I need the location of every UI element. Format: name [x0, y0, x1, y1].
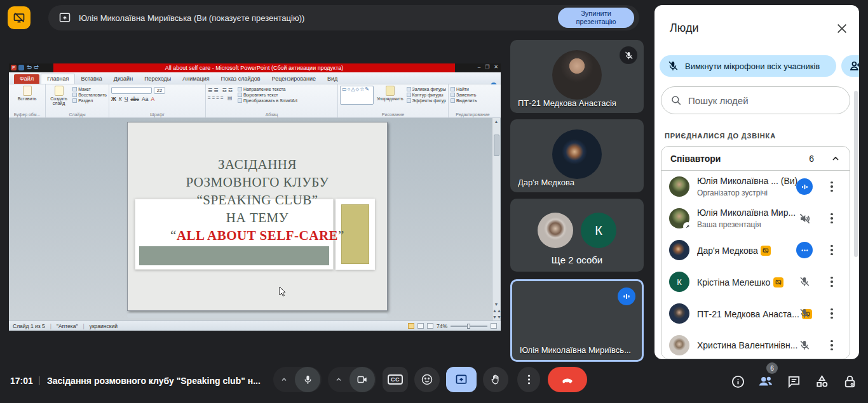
language[interactable]: украинский [90, 323, 118, 329]
captions-button[interactable]: CC [383, 367, 408, 392]
tile-self-video[interactable]: Юлія Миколаївна Мириївсь... [510, 279, 644, 362]
slide-canvas[interactable]: ЗАСІДАННЯ РОЗМОВНОГО КЛУБУ “SPEAKING CLU… [127, 122, 388, 311]
chat-button[interactable] [785, 373, 802, 390]
participant-row[interactable]: К Крістіна Мелешко [661, 266, 850, 298]
smartart-button[interactable]: Преобразовать в SmartArt [238, 98, 297, 103]
close-panel-button[interactable] [835, 22, 850, 37]
minimize-icon[interactable]: – [478, 64, 480, 70]
add-people-button[interactable] [841, 55, 859, 77]
italic-button[interactable]: К [119, 96, 122, 102]
more-options-button[interactable] [517, 367, 540, 392]
find-button[interactable]: Найти [451, 87, 495, 91]
avatar [669, 176, 689, 197]
mute-all-button[interactable]: Вимкнути мікрофони всіх учасників [660, 55, 836, 77]
underline-button[interactable]: Ч [125, 96, 128, 102]
normal-view-button[interactable] [408, 323, 414, 329]
chat-icon [787, 374, 801, 389]
panel-scrollbar[interactable] [854, 91, 858, 257]
tab-slideshow[interactable]: Показ слайдов [215, 74, 266, 84]
paste-button[interactable]: Вставить [11, 86, 43, 101]
raise-hand-button[interactable] [483, 367, 508, 392]
present-button-active[interactable] [446, 367, 477, 392]
zoom-level[interactable]: 74% [437, 323, 447, 329]
participant-row[interactable]: Дар'я Медкова [661, 234, 850, 266]
shape-effects-button[interactable]: Эффекты фигур [407, 98, 446, 103]
participant-menu-button[interactable] [825, 305, 838, 322]
bold-button[interactable]: Ж [111, 96, 116, 102]
search-box[interactable] [661, 86, 850, 114]
ppt-window-controls[interactable]: – ❐ ✕ [478, 64, 498, 70]
text-direction-button[interactable]: Направление текста [238, 87, 297, 91]
camera-button[interactable] [349, 367, 375, 392]
end-call-button[interactable] [548, 367, 587, 392]
zoom-slider[interactable] [451, 326, 487, 327]
top-bar: Юлія Миколаївна Мириївська (Ви (показуєт… [0, 0, 654, 36]
font-name-select[interactable] [111, 87, 152, 94]
collaborators-header[interactable]: Співавтори 6 [661, 147, 850, 171]
tab-view[interactable]: Вид [322, 74, 343, 84]
bullets-buttons[interactable]: ☰☰ ☲☲ [208, 88, 234, 93]
sorter-view-button[interactable] [417, 323, 424, 329]
mic-button[interactable] [295, 367, 320, 392]
section-button[interactable]: Раздел [72, 98, 107, 103]
tab-design[interactable]: Дизайн [108, 74, 139, 84]
host-controls-button[interactable] [841, 373, 858, 390]
tab-insert[interactable]: Вставка [75, 74, 107, 84]
tab-file[interactable]: Файл [14, 74, 39, 84]
maximize-icon[interactable]: ❐ [485, 64, 489, 70]
meeting-details-button[interactable] [729, 373, 746, 390]
participant-row[interactable]: ПТ-21 Медкова Анаста... [661, 298, 850, 329]
horizontal-scrollbar[interactable] [127, 314, 388, 318]
shape-outline-button[interactable]: Контур фигуры [407, 93, 446, 97]
save-icon[interactable] [18, 65, 24, 70]
close-icon[interactable]: ✕ [494, 64, 498, 70]
change-case-button[interactable]: Aa [142, 96, 148, 102]
replace-button[interactable]: Заменить [451, 93, 495, 97]
shapes-gallery[interactable]: ▭○△⬦☆✎ [340, 86, 374, 105]
tab-transitions[interactable]: Переходы [139, 74, 177, 84]
reactions-button[interactable] [414, 367, 440, 392]
participant-menu-button[interactable] [825, 210, 838, 227]
tab-review[interactable]: Рецензирование [266, 74, 322, 84]
hand-icon [490, 374, 501, 385]
restore-button[interactable]: Восстановить [72, 93, 107, 97]
align-buttons[interactable]: ≡≡≡≡ ▤ [208, 95, 234, 101]
mic-options-chevron[interactable] [273, 376, 295, 383]
font-color-button[interactable]: А [151, 96, 155, 102]
chevron-up-icon[interactable] [831, 154, 841, 164]
participant-menu-button[interactable] [825, 274, 838, 290]
undo-icon[interactable] [26, 65, 32, 70]
tile-participant-2[interactable]: Дар'я Медкова [510, 119, 644, 192]
ppt-quick-access-toolbar[interactable]: P [11, 65, 39, 70]
tab-animation[interactable]: Анимация [177, 74, 215, 84]
tile-more-people[interactable]: К Ще 2 особи [510, 199, 644, 272]
vertical-scrollbar[interactable]: ▲ ▼ ▲▲ ▼▼ [492, 118, 500, 320]
font-size-select[interactable]: 22 [154, 87, 165, 94]
participant-row[interactable]: Юлія Миколаївна Мир... Ваша презентація [661, 202, 850, 234]
shape-fill-button[interactable]: Заливка фигуры [407, 87, 446, 91]
participant-menu-button[interactable] [825, 242, 838, 258]
stop-presentation-button[interactable]: Зупинити презентацію [558, 8, 634, 27]
participant-row[interactable]: Христина Валентинівн... [661, 329, 850, 359]
redo-icon[interactable] [34, 65, 39, 70]
tile-participant-1[interactable]: ПТ-21 Медкова Анастасія [510, 40, 644, 113]
participant-subtitle: Ваша презентація [697, 220, 761, 229]
people-panel-button[interactable] [757, 373, 774, 390]
participant-row[interactable]: Юлія Миколаївна ... (Ви) Організатор зус… [661, 171, 850, 202]
reading-view-button[interactable] [427, 323, 433, 329]
layout-button[interactable]: Макет [72, 87, 107, 91]
select-button[interactable]: Выделить [451, 98, 495, 103]
participant-menu-button[interactable] [825, 337, 838, 353]
camera-options-chevron[interactable] [328, 376, 349, 383]
arrange-button[interactable]: Упорядочить [377, 86, 403, 105]
search-input[interactable] [688, 95, 841, 106]
strikethrough-button[interactable]: abc [130, 96, 139, 102]
participant-menu-button[interactable] [825, 178, 838, 195]
participant-name: Дар'я Медкова [518, 178, 574, 187]
new-slide-button[interactable]: Создать слайд [48, 86, 70, 105]
fit-window-button[interactable] [491, 323, 497, 329]
activities-button[interactable] [813, 373, 830, 390]
tab-home[interactable]: Главная [41, 74, 75, 84]
align-text-button[interactable]: Выровнять текст [238, 93, 297, 97]
ribbon-group-font: 22 Ж К Ч abc Aa А Шрифт [109, 84, 206, 117]
